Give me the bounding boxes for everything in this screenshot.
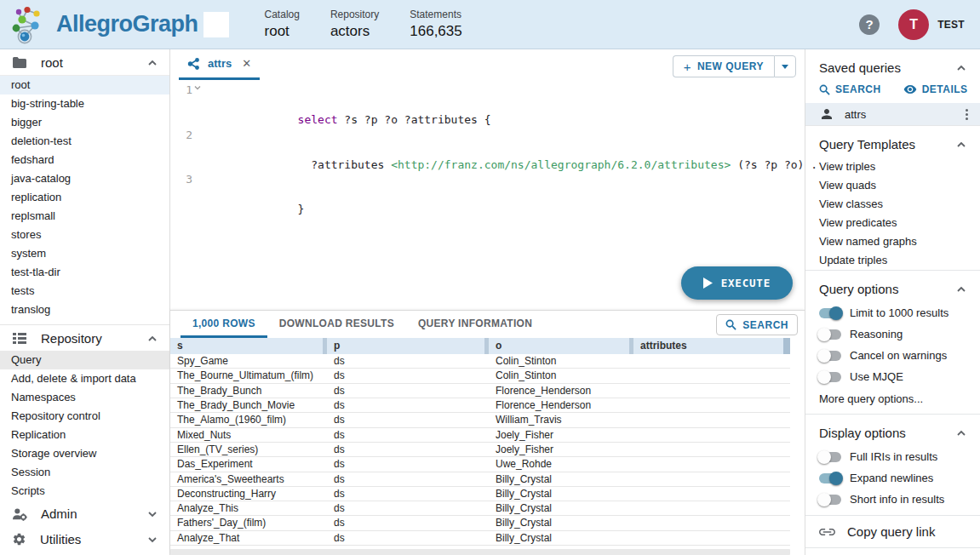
new-query-button[interactable]: + NEW QUERY [673, 55, 774, 77]
option-toggle[interactable]: Limit to 1000 results [805, 302, 980, 323]
saved-queries-search-button[interactable]: SEARCH [819, 83, 881, 95]
query-template-item[interactable]: View classes [805, 195, 980, 214]
table-header: s p o attributes [170, 338, 790, 354]
copy-query-link-button[interactable]: Copy query link [805, 515, 980, 548]
catalog-item[interactable]: system [0, 244, 169, 263]
result-row[interactable]: The_Alamo_(1960_film) ds William_Travis [170, 413, 790, 427]
fold-arrow-icon[interactable] [194, 85, 201, 90]
catalog-item[interactable]: java-catalog [0, 169, 169, 188]
learning-resources-section-header[interactable]: Learning Resources [0, 552, 169, 555]
catalog-item[interactable]: fedshard [0, 151, 169, 169]
execute-button[interactable]: EXECUTE [681, 266, 793, 300]
table-vertical-scrollbar[interactable] [783, 338, 790, 354]
toggle-label: Expand newlines [850, 472, 933, 484]
repository-item[interactable]: Query [0, 351, 169, 369]
new-query-dropdown-button[interactable] [774, 55, 796, 77]
result-row[interactable]: Mixed_Nuts ds Joely_Fisher [170, 428, 790, 443]
saved-queries-details-button[interactable]: DETAILS [903, 83, 968, 95]
option-toggle[interactable]: Full IRIs in results [805, 446, 980, 467]
stat: Repository actors [330, 9, 379, 40]
help-icon[interactable]: ? [859, 14, 880, 35]
query-template-item[interactable]: View named graphs [805, 232, 980, 251]
utilities-section-header[interactable]: Utilities [0, 526, 169, 552]
more-query-options-link[interactable]: More query options... [805, 387, 980, 414]
catalog-item[interactable]: root [0, 76, 169, 94]
code-line: 2 ?attributes <http://franz.com/ns/alleg… [170, 128, 805, 173]
table-horizontal-scrollbar[interactable] [170, 549, 790, 555]
repository-item[interactable]: Scripts [0, 482, 169, 501]
catalog-item[interactable]: replication [0, 188, 169, 207]
query-options-title: Query options [819, 282, 898, 296]
option-toggle[interactable]: Use MJQE [805, 366, 980, 387]
repository-section-header[interactable]: Repository [0, 324, 169, 351]
results-search-button[interactable]: SEARCH [716, 314, 798, 335]
column-header-p[interactable]: p [327, 338, 489, 354]
repository-item[interactable]: Namespaces [0, 388, 169, 407]
user-avatar[interactable]: T [898, 9, 929, 40]
close-tab-icon[interactable]: ✕ [242, 57, 251, 70]
result-row[interactable]: Fathers'_Day_(film) ds Billy_Crystal [170, 516, 790, 530]
repository-item[interactable]: Add, delete & import data [0, 369, 169, 388]
result-row[interactable]: The_Brady_Bunch ds Florence_Henderson [170, 384, 790, 398]
catalog-item[interactable]: bigger [0, 113, 169, 132]
toggle-switch[interactable] [819, 473, 841, 483]
repository-item[interactable]: Storage overview [0, 444, 169, 463]
option-toggle[interactable]: Short info in results [805, 489, 980, 510]
cell-attributes [633, 487, 790, 501]
catalog-item[interactable]: test-tla-dir [0, 263, 169, 282]
catalog-item[interactable]: replsmall [0, 207, 169, 226]
result-row[interactable]: Ellen_(TV_series) ds Joely_Fisher [170, 443, 790, 457]
cell-attributes [633, 443, 790, 456]
option-toggle[interactable]: Expand newlines [805, 467, 980, 489]
results-tab[interactable]: DOWNLOAD RESULTS [267, 311, 406, 338]
catalog-item[interactable]: stores [0, 226, 169, 244]
toggle-switch[interactable] [819, 372, 841, 382]
saved-query-item-attrs[interactable]: attrs [805, 103, 980, 126]
results-tab[interactable]: QUERY INFORMATION [406, 311, 544, 338]
toggle-switch[interactable] [819, 452, 841, 462]
column-header-attributes[interactable]: attributes [633, 338, 790, 354]
result-row[interactable]: Analyze_This ds Billy_Crystal [170, 501, 790, 516]
catalog-item[interactable]: tests [0, 282, 169, 300]
toggle-switch[interactable] [819, 495, 841, 505]
result-row[interactable]: Deconstructing_Harry ds Billy_Crystal [170, 487, 790, 501]
catalog-section-header[interactable]: root [0, 49, 169, 75]
code-segment: ?attributes [298, 158, 392, 171]
saved-details-label: DETAILS [922, 83, 968, 95]
saved-queries-header[interactable]: Saved queries [805, 49, 980, 81]
query-template-item[interactable]: View predicates [805, 214, 980, 232]
repository-item[interactable]: Replication [0, 426, 169, 444]
catalog-item[interactable]: translog [0, 300, 169, 319]
query-tab-attrs[interactable]: attrs ✕ [179, 49, 260, 80]
repository-item[interactable]: Session [0, 463, 169, 482]
column-header-s[interactable]: s [170, 338, 327, 354]
catalog-item[interactable]: big-string-table [0, 94, 169, 113]
toggle-knob [817, 450, 831, 464]
toggle-switch[interactable] [819, 329, 841, 340]
sparql-editor[interactable]: 1 select ?s ?p ?o ?attributes { 2 ?attri… [170, 80, 805, 310]
saved-queries-actions: SEARCH DETAILS [805, 81, 980, 103]
repository-item[interactable]: Repository control [0, 407, 169, 426]
result-row[interactable]: America's_Sweethearts ds Billy_Crystal [170, 472, 790, 487]
query-template-item[interactable]: View quads [805, 176, 980, 195]
query-options-header[interactable]: Query options [805, 271, 980, 302]
toggle-switch[interactable] [819, 351, 841, 361]
option-toggle[interactable]: Cancel on warnings [805, 345, 980, 366]
kebab-menu-icon[interactable] [962, 107, 971, 122]
query-template-item[interactable]: Update triples [805, 251, 980, 270]
admin-section-header[interactable]: Admin [0, 501, 169, 526]
query-templates-header[interactable]: Query Templates [805, 126, 980, 157]
result-row[interactable]: Das_Experiment ds Uwe_Rohde [170, 457, 790, 472]
result-row[interactable]: Analyze_That ds Billy_Crystal [170, 531, 790, 546]
display-options-header[interactable]: Display options [805, 415, 980, 446]
result-row[interactable]: Spy_Game ds Colin_Stinton [170, 354, 790, 369]
results-tab[interactable]: 1,000 ROWS [181, 311, 267, 338]
toggle-switch[interactable] [819, 308, 841, 318]
catalog-item[interactable]: deletion-test [0, 132, 169, 151]
option-toggle[interactable]: Reasoning [805, 323, 980, 345]
query-template-item[interactable]: View triples [805, 157, 980, 176]
column-header-o[interactable]: o [489, 338, 633, 354]
result-row[interactable]: The_Brady_Bunch_Movie ds Florence_Hender… [170, 398, 790, 413]
result-row[interactable]: The_Bourne_Ultimatum_(film) ds Colin_Sti… [170, 369, 790, 383]
cell-p: ds [327, 398, 489, 412]
